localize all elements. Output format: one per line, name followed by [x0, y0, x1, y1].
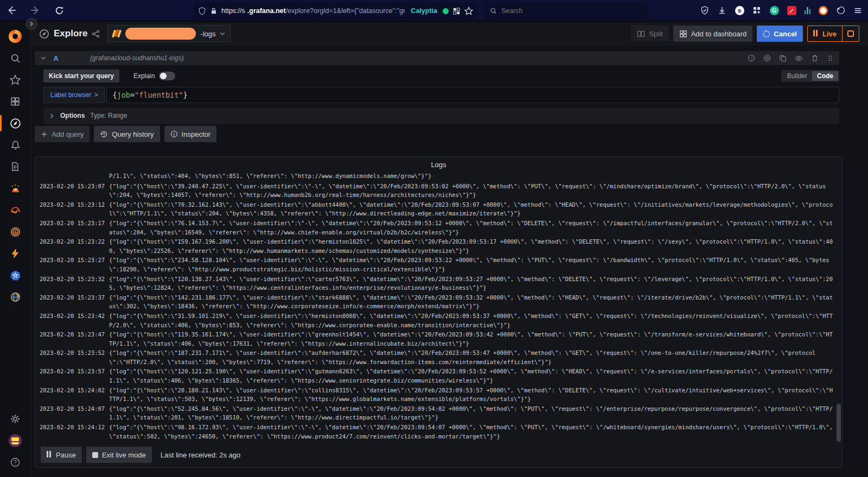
cancel-button[interactable]: Cancel: [757, 26, 803, 42]
back-icon[interactable]: [5, 4, 17, 16]
options-row[interactable]: Options Type: Range: [43, 107, 839, 124]
sidebar-item-dashboards[interactable]: [0, 93, 30, 110]
query-code-editor[interactable]: {job="fluentbit"}: [106, 87, 839, 103]
live-stop-button[interactable]: [843, 26, 859, 41]
sidebar-item-incident[interactable]: [0, 180, 30, 196]
url-bar[interactable]: https://s.grafana.net/explore?orgId=1&le…: [194, 3, 477, 19]
avatar: [9, 434, 22, 447]
query-disable-icon[interactable]: [763, 54, 771, 62]
editor-extension-icon[interactable]: [787, 6, 796, 15]
log-row[interactable]: 2023-02-20 15:23:47 {"log":"{\"host\":\"…: [40, 330, 835, 348]
sidebar-item-performance-testing[interactable]: [0, 245, 30, 262]
add-to-dashboard-button[interactable]: Add to dashboard: [673, 26, 753, 42]
log-row[interactable]: 2023-02-20 15:24:02 {"log":"{\"host\":\"…: [40, 386, 835, 404]
tracking-shield-icon[interactable]: [198, 7, 206, 15]
oncall-icon: [10, 226, 21, 238]
last-line-status: Last line received: 2s ago: [161, 451, 240, 459]
logs-scrollbar-thumb[interactable]: [837, 404, 841, 442]
lock-icon[interactable]: [210, 7, 218, 15]
log-row[interactable]: 2023-02-20 15:23:12 {"log":"{\"host\":\"…: [40, 200, 835, 218]
chevron-right-icon: >: [94, 91, 98, 99]
extensions-puzzle-icon[interactable]: [752, 6, 762, 15]
sidebar-item-profile[interactable]: [0, 433, 30, 449]
explain-toggle[interactable]: [159, 72, 175, 80]
loki-logo-icon: [112, 29, 121, 38]
log-row[interactable]: 2023-02-20 15:24:12 {"log":"{\"host\":\"…: [40, 423, 835, 440]
sidebar-expand-button[interactable]: [25, 18, 37, 30]
dashboards-grid-icon: [10, 97, 20, 106]
downloads-icon[interactable]: [718, 6, 727, 15]
log-row-partial[interactable]: 2023-02-20 15:23:02 P/1.1\", \"status\":…: [40, 173, 835, 181]
sidebar-item-search[interactable]: [0, 50, 30, 66]
query-row-header[interactable]: A (grafanacloud-sudhanshu1-logs) ?: [35, 51, 839, 65]
kick-start-button[interactable]: Kick start your query: [43, 69, 119, 82]
query-remove-trash-icon[interactable]: [811, 54, 819, 62]
log-message: {"log":"{\"host\":\"120.138.27.143\", \"…: [109, 275, 835, 292]
datasource-redaction: [125, 28, 196, 40]
mode-builder[interactable]: Builder: [782, 71, 812, 81]
log-row[interactable]: 2023-02-20 15:23:32 {"log":"{\"host\":\"…: [40, 275, 835, 292]
sidebar-item-documentation[interactable]: [0, 158, 30, 175]
log-row[interactable]: 2023-02-20 15:23:52 {"log":"{\"host\":\"…: [40, 348, 835, 366]
sidebar-item-synthetic-monitoring[interactable]: [0, 289, 30, 305]
browser-search[interactable]: [484, 3, 647, 19]
grammarly-icon[interactable]: G: [770, 6, 779, 15]
query-ref-id: A: [52, 54, 60, 62]
privacy-shield-icon[interactable]: [700, 6, 710, 15]
firefox-account-icon[interactable]: [836, 6, 845, 15]
collapse-chevron-icon[interactable]: [40, 55, 47, 61]
live-button-group: Live: [807, 26, 859, 42]
log-row[interactable]: 2023-02-20 15:23:57 {"log":"{\"host\":\"…: [40, 367, 835, 385]
mode-code[interactable]: Code: [812, 71, 838, 81]
containers-icon[interactable]: [452, 7, 461, 15]
log-row[interactable]: 2023-02-20 15:23:27 {"log":"{\"host\":\"…: [40, 256, 835, 274]
inspector-button[interactable]: Inspector: [164, 126, 216, 142]
split-button[interactable]: Split: [631, 26, 668, 42]
log-row[interactable]: 2023-02-20 15:23:22 {"log":"{\"host\":\"…: [40, 237, 835, 255]
label-browser-button[interactable]: Label browser >: [43, 87, 105, 103]
sidebar-item-administration[interactable]: [0, 411, 30, 427]
query-help-icon[interactable]: ?: [748, 54, 755, 62]
log-row[interactable]: 2023-02-20 15:23:17 {"log":"{\"host\":\"…: [40, 219, 835, 237]
share-icon[interactable]: [92, 30, 100, 38]
incident-siren-icon: [10, 183, 21, 194]
menu-hamburger-icon[interactable]: [853, 6, 863, 15]
live-pause-button[interactable]: Live: [808, 26, 843, 41]
search-input[interactable]: [501, 7, 642, 15]
sidebar-item-starred[interactable]: [0, 72, 30, 88]
log-row[interactable]: 2023-02-20 15:23:07 {"log":"{\"host\":\"…: [40, 182, 835, 200]
sidebar-item-oncall[interactable]: [0, 224, 30, 240]
log-rows: 2023-02-20 15:23:02 P/1.1\", \"status\":…: [40, 173, 835, 440]
sidebar-item-explore[interactable]: [0, 115, 30, 131]
reload-icon[interactable]: [53, 4, 65, 16]
log-message: {"log":"{\"host\":\"52.245.84.56\", \"us…: [109, 404, 835, 422]
query-drag-handle-icon[interactable]: [827, 55, 834, 62]
pause-button[interactable]: Pause: [41, 447, 82, 463]
sidebar-item-grafana-home[interactable]: [0, 28, 30, 44]
logs-panel: Logs 2023-02-20 15:23:02 P/1.1\", \"stat…: [35, 156, 843, 468]
search-icon: [10, 53, 21, 63]
info-circle-icon: [170, 130, 178, 138]
datasource-picker[interactable]: -logs: [107, 25, 230, 42]
add-query-button[interactable]: Add query: [35, 126, 90, 142]
query-history-button[interactable]: Query history: [94, 126, 159, 142]
sidebar-item-help[interactable]: ?: [0, 454, 30, 470]
forward-icon[interactable]: [29, 4, 41, 16]
analytics-extension-icon[interactable]: [805, 7, 811, 14]
options-label: Options: [60, 112, 85, 119]
sidebar-item-alerting[interactable]: [0, 137, 30, 153]
log-timestamp: 2023-02-20 15:23:57: [40, 367, 105, 385]
bookmark-star-icon[interactable]: [464, 7, 473, 15]
log-row[interactable]: 2023-02-20 15:24:07 {"log":"{\"host\":\"…: [40, 404, 835, 422]
log-row[interactable]: 2023-02-20 15:23:42 {"log":"{\"host\":\"…: [40, 311, 835, 329]
log-row[interactable]: 2023-02-20 15:23:37 {"log":"{\"host\":\"…: [40, 293, 835, 311]
sidebar-item-kubernetes[interactable]: [0, 267, 30, 283]
orange-extension-icon[interactable]: [819, 6, 828, 15]
log-message: {"log":"{\"host\":\"120.121.25.190\", \"…: [109, 367, 835, 385]
query-hide-eye-icon[interactable]: [795, 54, 803, 62]
extension-s-icon[interactable]: s: [735, 6, 744, 15]
exit-live-mode-button[interactable]: Exit live mode: [86, 447, 152, 463]
query-duplicate-icon[interactable]: [779, 54, 787, 62]
help-icon: ?: [10, 457, 21, 468]
sidebar-item-machine-learning[interactable]: [0, 202, 30, 218]
